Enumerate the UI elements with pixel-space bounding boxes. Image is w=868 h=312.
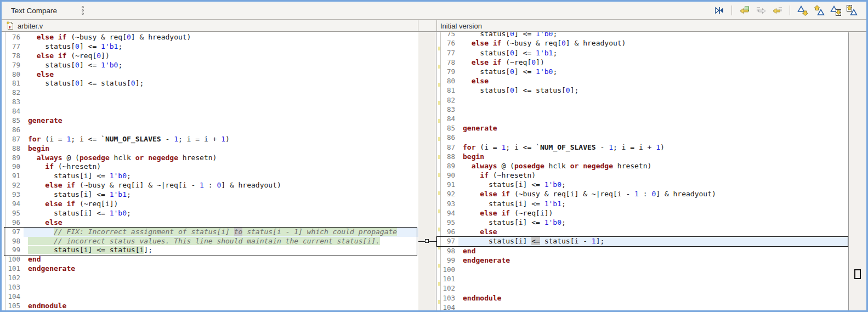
- code-text[interactable]: [458, 114, 848, 123]
- code-line[interactable]: 101: [436, 274, 848, 283]
- code-line[interactable]: 77 status[0] <= 1'b1;: [436, 48, 848, 58]
- code-line[interactable]: 99 status[i] <= status[i];: [2, 246, 418, 255]
- view-menu-icon[interactable]: [80, 4, 86, 16]
- code-line[interactable]: 89 always @ (posedge hclk or negedge hre…: [436, 161, 848, 171]
- code-text[interactable]: [458, 274, 848, 283]
- code-line[interactable]: 94 else if (~req[i]): [2, 200, 418, 209]
- code-text[interactable]: endmodule: [24, 302, 418, 310]
- code-line[interactable]: 99endgenerate: [436, 256, 848, 265]
- next-difference-icon[interactable]: [796, 4, 809, 17]
- code-text[interactable]: [24, 126, 418, 135]
- code-text[interactable]: // incorrect status values. This line sh…: [24, 237, 418, 246]
- code-line[interactable]: 92 else if (~busy & req[i] & ~|req[i - 1…: [436, 189, 848, 198]
- right-editor-pane[interactable]: 75 status[0] <= 1'b0;76 else if (~busy &…: [436, 32, 848, 310]
- code-text[interactable]: else: [458, 76, 848, 86]
- copy-all-right-to-left-icon[interactable]: [737, 4, 751, 17]
- code-text[interactable]: [24, 283, 418, 292]
- code-text[interactable]: else if (~busy & req[i] & ~|req[i - 1 : …: [458, 189, 848, 198]
- code-line[interactable]: 94 else if (~req[i]): [436, 208, 848, 218]
- code-text[interactable]: generate: [24, 116, 418, 126]
- code-text[interactable]: if (~hresetn): [24, 162, 418, 172]
- code-line[interactable]: 76 else if (~busy & req[0] & hreadyout): [436, 38, 848, 48]
- left-editor-pane[interactable]: 76 else if (~busy & req[0] & hreadyout)7…: [2, 32, 418, 310]
- next-change-icon[interactable]: [829, 4, 842, 17]
- code-text[interactable]: else if (~busy & req[0] & hreadyout): [24, 33, 418, 42]
- code-text[interactable]: for (i = 1; i <= `NUM_OF_SLAVES - 1; i =…: [24, 135, 418, 144]
- code-text[interactable]: for (i = 1; i <= `NUM_OF_SLAVES - 1; i =…: [458, 143, 848, 152]
- code-text[interactable]: status[0] <= 1'b0;: [458, 67, 848, 76]
- code-text[interactable]: status[i] <= 1'b0;: [24, 172, 418, 181]
- code-line[interactable]: 83: [2, 98, 418, 107]
- code-text[interactable]: else if (~req[i]): [24, 200, 418, 209]
- code-line[interactable]: 97 status[i] <= status[i - 1];: [436, 236, 848, 246]
- code-text[interactable]: else if (~busy & req[0] & hreadyout): [458, 38, 848, 48]
- code-text[interactable]: status[i] <= status[i];: [24, 246, 418, 255]
- code-text[interactable]: status[i] <= 1'b0;: [458, 218, 848, 227]
- code-line[interactable]: 81 status[0] <= status[0];: [436, 86, 848, 95]
- code-text[interactable]: [24, 107, 418, 116]
- code-text[interactable]: end: [458, 246, 848, 256]
- code-line[interactable]: 97 // FIX: Incorrect assignment of statu…: [2, 228, 418, 237]
- code-text[interactable]: // FIX: Incorrect assignment of status[i…: [24, 228, 418, 237]
- code-text[interactable]: [24, 88, 418, 98]
- code-line[interactable]: 104: [2, 292, 418, 302]
- code-text[interactable]: begin: [24, 144, 418, 154]
- code-text[interactable]: status[0] <= status[0];: [24, 79, 418, 88]
- code-line[interactable]: 86: [2, 126, 418, 135]
- code-line[interactable]: 82: [436, 95, 848, 105]
- code-line[interactable]: 78 else if (~req[0]): [2, 52, 418, 61]
- code-text[interactable]: else if (~req[0]): [458, 58, 848, 67]
- code-text[interactable]: status[0] <= status[0];: [458, 86, 848, 95]
- code-line[interactable]: 80 else: [2, 70, 418, 80]
- code-text[interactable]: [458, 303, 848, 310]
- code-line[interactable]: 80 else: [436, 76, 848, 86]
- code-line[interactable]: 77 status[0] <= 1'b1;: [2, 42, 418, 52]
- code-text[interactable]: status[0] <= 1'b0;: [24, 61, 418, 70]
- code-text[interactable]: end: [24, 255, 418, 264]
- code-text[interactable]: endgenerate: [458, 256, 848, 265]
- code-text[interactable]: [24, 292, 418, 302]
- code-line[interactable]: 98end: [436, 246, 848, 256]
- code-text[interactable]: endgenerate: [24, 264, 418, 274]
- code-line[interactable]: 84: [436, 114, 848, 123]
- code-text[interactable]: status[i] <= 1'b1;: [458, 199, 848, 208]
- code-line[interactable]: 95 status[i] <= 1'b0;: [2, 209, 418, 218]
- code-line[interactable]: 101endgenerate: [2, 264, 418, 274]
- code-line[interactable]: 103endmodule: [436, 293, 848, 303]
- code-text[interactable]: always @ (posedge hclk or negedge hreset…: [458, 161, 848, 171]
- code-line[interactable]: 82: [2, 88, 418, 98]
- code-line[interactable]: 91 status[i] <= 1'b0;: [436, 180, 848, 189]
- code-text[interactable]: status[i] <= 1'b0;: [458, 180, 848, 189]
- code-line[interactable]: 92 else if (~busy & req[i] & ~|req[i - 1…: [2, 181, 418, 190]
- code-line[interactable]: 88begin: [436, 152, 848, 161]
- code-line[interactable]: 98 // incorrect status values. This line…: [2, 237, 418, 246]
- code-text[interactable]: [458, 265, 848, 274]
- code-text[interactable]: [458, 95, 848, 105]
- code-line[interactable]: 95 status[i] <= 1'b0;: [436, 218, 848, 227]
- copy-current-right-to-left-icon[interactable]: [770, 4, 784, 17]
- code-line[interactable]: 75 status[0] <= 1'b0;: [436, 32, 848, 38]
- code-text[interactable]: [24, 274, 418, 283]
- code-line[interactable]: 89 always @ (posedge hclk or negedge hre…: [2, 154, 418, 163]
- code-line[interactable]: 83: [436, 105, 848, 114]
- copy-current-left-to-right-icon[interactable]: [754, 4, 768, 17]
- code-line[interactable]: 86: [436, 133, 848, 142]
- code-line[interactable]: 90 if (~hresetn): [436, 171, 848, 180]
- code-text[interactable]: else if (~req[i]): [458, 208, 848, 218]
- code-line[interactable]: 79 status[0] <= 1'b0;: [436, 67, 848, 76]
- code-text[interactable]: generate: [458, 123, 848, 133]
- code-text[interactable]: status[i] <= status[i - 1];: [458, 236, 848, 246]
- code-line[interactable]: 93 status[i] <= 1'b1;: [2, 190, 418, 200]
- code-line[interactable]: 79 status[0] <= 1'b0;: [2, 61, 418, 70]
- code-line[interactable]: 93 status[i] <= 1'b1;: [436, 199, 848, 208]
- code-line[interactable]: 91 status[i] <= 1'b0;: [2, 172, 418, 181]
- code-text[interactable]: [458, 105, 848, 114]
- code-text[interactable]: status[0] <= 1'b1;: [458, 48, 848, 58]
- code-text[interactable]: always @ (posedge hclk or negedge hreset…: [24, 154, 418, 163]
- code-text[interactable]: status[0] <= 1'b1;: [24, 42, 418, 52]
- code-line[interactable]: 96 else: [436, 227, 848, 236]
- code-line[interactable]: 85generate: [436, 123, 848, 133]
- code-line[interactable]: 87for (i = 1; i <= `NUM_OF_SLAVES - 1; i…: [436, 143, 848, 152]
- code-text[interactable]: [458, 133, 848, 142]
- code-text[interactable]: status[i] <= 1'b1;: [24, 190, 418, 200]
